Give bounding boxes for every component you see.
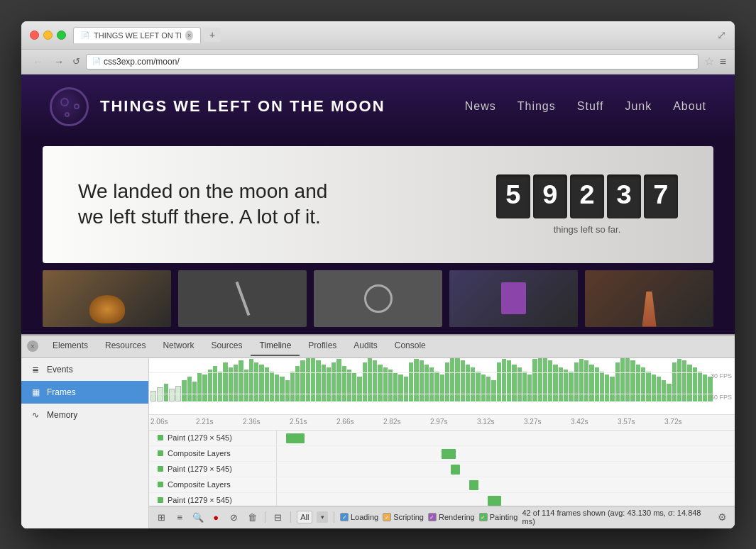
timeline-panel: 30 FPS 60 FPS 2.06s 2.21s 2.36s 2.51s 2.… (149, 358, 735, 528)
fps-bar (538, 358, 542, 401)
tick-4: 2.66s (336, 418, 354, 426)
digit-4: 7 (644, 174, 678, 218)
window-expand-icon[interactable]: ⤢ (717, 28, 726, 42)
fps-bar (150, 391, 156, 401)
stats-text: 42 of 114 frames shown (avg: 43.130 ms, … (522, 509, 711, 526)
menu-button[interactable]: ≡ (720, 55, 726, 68)
events-icon: ≣ (30, 364, 41, 375)
separator-2 (290, 511, 291, 523)
fps-bar (703, 375, 707, 401)
fps-bar (316, 360, 320, 401)
fps-bar (182, 380, 186, 401)
fps-bar (249, 359, 253, 401)
checkbox-painting[interactable]: ✓ Painting (479, 513, 518, 521)
thumbnail-4[interactable] (449, 270, 578, 327)
filter-dropdown-icon[interactable]: ▾ (317, 511, 328, 523)
filter-select[interactable]: All (297, 511, 312, 523)
checkbox-scripting[interactable]: ✓ Scripting (383, 513, 424, 521)
event-bar-1 (442, 449, 455, 459)
cb-loading-box[interactable]: ✓ (340, 513, 349, 521)
nav-link-junk[interactable]: Junk (625, 100, 652, 113)
browser-tab[interactable]: 📄 THINGS WE LEFT ON THE N… × (73, 27, 201, 43)
checkbox-loading[interactable]: ✓ Loading (340, 513, 378, 521)
url-text: css3exp.com/moon/ (104, 57, 180, 67)
tab-resources[interactable]: Resources (97, 336, 154, 356)
cb-scripting-box[interactable]: ✓ (383, 513, 391, 521)
sidebar-frames-label: Frames (47, 387, 76, 397)
event-bar-0 (286, 433, 305, 443)
cb-rendering-box[interactable]: ✓ (428, 513, 437, 521)
event-dot-1 (158, 450, 163, 456)
cb-scripting-label: Scripting (393, 513, 424, 521)
gear-button[interactable]: ⚙ (716, 510, 729, 524)
fps-bar (239, 360, 243, 401)
tab-sources[interactable]: Sources (202, 336, 251, 356)
devtools-icon-0[interactable]: ⊞ (155, 510, 168, 524)
fps-bar (244, 370, 248, 401)
tick-10: 3.57s (618, 418, 635, 426)
sidebar-memory[interactable]: ∿ Memory (21, 404, 148, 426)
fps-bar (234, 365, 238, 401)
counter-digits: 5 9 2 3 7 (496, 174, 678, 218)
tab-profiles[interactable]: Profiles (300, 336, 345, 356)
tab-audits[interactable]: Audits (345, 336, 385, 356)
site-logo: THINGS WE LEFT ON THE MOON (50, 87, 385, 126)
fps-bar (187, 377, 192, 401)
cb-painting-box[interactable]: ✓ (479, 513, 488, 521)
search-icon[interactable]: 🔍 (191, 510, 204, 524)
event-dot-0 (158, 435, 163, 440)
forward-button[interactable]: → (51, 54, 67, 70)
fps-bar (636, 365, 640, 401)
trash-icon[interactable]: 🗑 (245, 510, 258, 524)
fps-bar (615, 362, 620, 401)
fps-bar (548, 360, 552, 401)
fps-bar (486, 377, 491, 401)
tab-console[interactable]: Console (386, 336, 434, 356)
nav-link-stuff[interactable]: Stuff (577, 100, 604, 113)
thumbnail-2[interactable] (178, 270, 307, 327)
memory-icon: ∿ (30, 409, 41, 421)
event-bar-area-1 (277, 446, 735, 461)
url-bar[interactable]: 📄 css3exp.com/moon/ (86, 54, 699, 70)
fps-bar (532, 359, 537, 401)
devtools-panel: × Elements Resources Network Sources Tim… (21, 334, 735, 528)
devtools-tabs: × Elements Resources Network Sources Tim… (21, 336, 735, 358)
tab-network[interactable]: Network (154, 336, 202, 356)
record-icon[interactable]: ● (209, 510, 222, 524)
sidebar-memory-label: Memory (47, 410, 77, 420)
thumbnail-5[interactable] (585, 270, 713, 327)
tick-7: 3.12s (477, 418, 494, 426)
event-row-4: Paint (1279 × 545) (149, 493, 735, 506)
fps-bar (169, 389, 175, 401)
maximize-button[interactable] (57, 30, 66, 40)
new-tab-button[interactable]: + (204, 28, 221, 42)
nav-link-about[interactable]: About (673, 100, 706, 113)
tab-close-button[interactable]: × (185, 30, 193, 40)
nav-link-news[interactable]: News (465, 100, 496, 113)
tick-5: 2.82s (383, 418, 400, 426)
site-title: THINGS WE LEFT ON THE MOON (100, 97, 385, 116)
fps-bar (657, 377, 661, 401)
fps-bar (507, 360, 511, 401)
fps-bar (625, 358, 630, 401)
bookmark-button[interactable]: ☆ (704, 55, 714, 68)
nav-link-things[interactable]: Things (517, 100, 556, 113)
timeline-view-icon[interactable]: ⊟ (271, 510, 285, 524)
back-button[interactable]: ← (30, 54, 45, 70)
tab-elements[interactable]: Elements (44, 336, 97, 356)
reload-button[interactable]: ↺ (72, 56, 80, 67)
close-button[interactable] (30, 30, 39, 40)
fps-bar (440, 375, 444, 401)
fps-bar (218, 372, 222, 401)
sidebar-events[interactable]: ≣ Events (21, 358, 148, 381)
thumbnail-1[interactable] (43, 270, 171, 327)
devtools-close-button[interactable]: × (27, 340, 38, 352)
minimize-button[interactable] (43, 30, 53, 40)
clear-icon[interactable]: ⊘ (227, 510, 241, 524)
devtools-icon-1[interactable]: ≡ (172, 510, 186, 524)
checkbox-rendering[interactable]: ✓ Rendering (428, 513, 475, 521)
thumbnail-3[interactable] (314, 270, 442, 327)
event-row-3: Composite Layers (149, 477, 735, 493)
tab-timeline[interactable]: Timeline (251, 336, 300, 356)
sidebar-frames[interactable]: ▦ Frames (21, 381, 148, 404)
